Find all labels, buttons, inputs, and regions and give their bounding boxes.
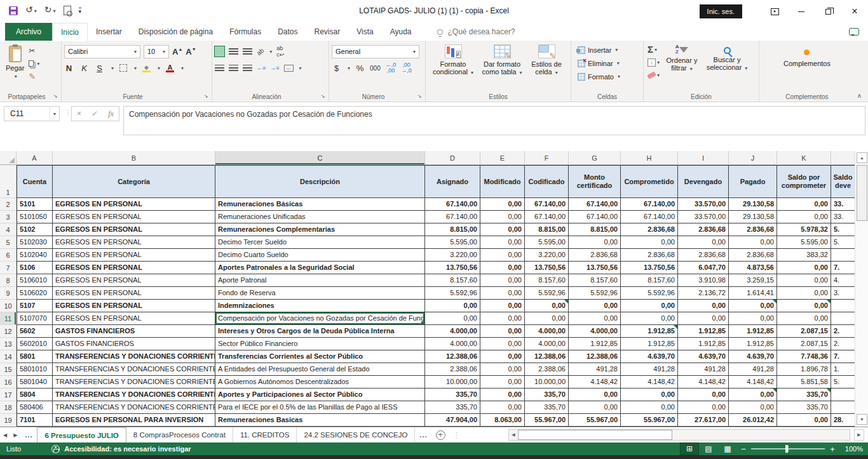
cell-H7[interactable]: 13.750,56 bbox=[621, 262, 678, 274]
cell-F12[interactable]: 4.000,00 bbox=[525, 325, 569, 338]
column-header-H[interactable]: H bbox=[621, 151, 678, 165]
percent-format-button[interactable]: % bbox=[355, 63, 365, 73]
cell-A18[interactable]: 580406 bbox=[17, 401, 53, 414]
cell-G11[interactable]: 0,00 bbox=[569, 312, 621, 325]
cell-J2[interactable]: 29.130,58 bbox=[729, 198, 777, 211]
font-size-select[interactable]: 10▾ bbox=[144, 45, 169, 58]
cell-D10[interactable]: 0,00 bbox=[425, 300, 480, 312]
cell-D15[interactable]: 2.388,06 bbox=[425, 363, 480, 376]
zoom-slider-thumb[interactable] bbox=[785, 445, 788, 453]
cell-E10[interactable]: 0,00 bbox=[480, 300, 525, 312]
sheet-tab-presupuesto[interactable]: 6 Presupuesto JULIO bbox=[37, 427, 126, 442]
cell-J7[interactable]: 4.873,56 bbox=[729, 262, 777, 274]
cell-L11[interactable] bbox=[831, 312, 855, 325]
cell-K3[interactable]: 0,00 bbox=[777, 211, 831, 223]
cell-D4[interactable]: 8.815,00 bbox=[425, 223, 480, 236]
column-header-G[interactable]: G bbox=[569, 151, 621, 165]
column-header-I[interactable]: I bbox=[678, 151, 729, 165]
cell-G15[interactable]: 491,28 bbox=[569, 363, 621, 376]
redo-icon[interactable]: ↻▾ bbox=[44, 5, 56, 16]
row-header-3[interactable]: 3 bbox=[0, 211, 17, 223]
cell-E19[interactable]: 8.063,00 bbox=[480, 414, 525, 427]
cell-C18[interactable]: Para el IECE por el 0.5% de las Planilla… bbox=[215, 401, 425, 414]
cell-I14[interactable]: 4.639,70 bbox=[678, 350, 729, 363]
cell-B19[interactable]: EGRESOS EN PERSONAL PARA INVERSION bbox=[53, 414, 215, 427]
row-header-4[interactable]: 4 bbox=[0, 223, 17, 236]
cell-B3[interactable]: EGRESOS EN PERSONAL bbox=[53, 211, 215, 223]
cell-G7[interactable]: 13.750,56 bbox=[569, 262, 621, 274]
cell-J15[interactable]: 491,28 bbox=[729, 363, 777, 376]
header-cell-C1[interactable]: Descripción bbox=[215, 165, 425, 198]
cell-E11[interactable]: 0,00 bbox=[480, 312, 525, 325]
cell-D17[interactable]: 335,70 bbox=[425, 389, 480, 401]
cell-C15[interactable]: A Entidades del Presupuesto General del … bbox=[215, 363, 425, 376]
cell-L6[interactable] bbox=[831, 249, 855, 262]
row-header-14[interactable]: 14 bbox=[0, 350, 17, 363]
cell-F18[interactable]: 335,70 bbox=[525, 401, 569, 414]
copy-button[interactable]: ▾ bbox=[29, 58, 39, 69]
clipboard-dialog-launcher-icon[interactable]: ↘ bbox=[52, 93, 58, 100]
column-header-J[interactable]: J bbox=[729, 151, 777, 165]
delete-cells-button[interactable]: Eliminar▾ bbox=[578, 57, 641, 70]
cell-L15[interactable]: 1. bbox=[831, 363, 855, 376]
insert-function-icon[interactable]: fx bbox=[108, 109, 114, 119]
cell-J9[interactable]: 1.614,41 bbox=[729, 287, 777, 300]
accessibility-icon[interactable] bbox=[51, 445, 60, 453]
header-cell-B1[interactable]: Categoría bbox=[53, 165, 215, 198]
header-cell-D1[interactable]: Asignado bbox=[425, 165, 480, 198]
row-header-1[interactable]: 1 bbox=[0, 165, 17, 198]
cell-E12[interactable]: 0,00 bbox=[480, 325, 525, 338]
cell-F10[interactable]: 0,00 bbox=[525, 300, 569, 312]
sort-filter-button[interactable]: AZ Ordenar y filtrar ▾ bbox=[661, 43, 703, 90]
cell-D18[interactable]: 335,70 bbox=[425, 401, 480, 414]
cell-A12[interactable]: 5602 bbox=[17, 325, 53, 338]
save-icon[interactable] bbox=[9, 6, 18, 15]
comments-icon[interactable] bbox=[849, 28, 859, 36]
cell-J4[interactable]: 2.836,68 bbox=[729, 223, 777, 236]
cell-G13[interactable]: 1.912,85 bbox=[569, 338, 621, 350]
cell-J18[interactable]: 0,00 bbox=[729, 401, 777, 414]
cell-L10[interactable] bbox=[831, 300, 855, 312]
increase-indent-icon[interactable]: →≡ bbox=[270, 65, 279, 71]
tab-vista[interactable]: Vista bbox=[348, 23, 381, 41]
cell-C9[interactable]: Fondo de Reserva bbox=[215, 287, 425, 300]
cell-L3[interactable]: 33. bbox=[831, 211, 855, 223]
cell-H2[interactable]: 67.140,00 bbox=[621, 198, 678, 211]
column-header-D[interactable]: D bbox=[425, 151, 480, 165]
font-name-select[interactable]: Calibri▾ bbox=[64, 45, 140, 58]
cell-K4[interactable]: 5.978,32 bbox=[777, 223, 831, 236]
cell-H19[interactable]: 55.967,00 bbox=[621, 414, 678, 427]
cell-A10[interactable]: 5107 bbox=[17, 300, 53, 312]
column-header-C[interactable]: C bbox=[215, 151, 425, 165]
sheet-next-icon[interactable]: ▶ bbox=[10, 427, 20, 442]
cell-B4[interactable]: EGRESOS EN PERSONAL bbox=[53, 223, 215, 236]
cell-A6[interactable]: 5102040 bbox=[17, 249, 53, 262]
tab-insertar[interactable]: Insertar bbox=[88, 23, 130, 41]
cell-H3[interactable]: 67.140,00 bbox=[621, 211, 678, 223]
cell-F14[interactable]: 12.388,06 bbox=[525, 350, 569, 363]
cell-I9[interactable]: 2.136,72 bbox=[678, 287, 729, 300]
orientation-icon[interactable]: ab bbox=[255, 46, 266, 57]
cell-F3[interactable]: 67.140,00 bbox=[525, 211, 569, 223]
cell-C11[interactable]: Compensación por Vacaciones no Gozadas p… bbox=[215, 312, 425, 325]
header-cell-A1[interactable]: Cuenta bbox=[17, 165, 53, 198]
cell-L12[interactable]: 2. bbox=[831, 325, 855, 338]
cell-J3[interactable]: 29.130,58 bbox=[729, 211, 777, 223]
decrease-decimal-icon[interactable]: ,00→,0 bbox=[401, 62, 412, 74]
cell-F11[interactable]: 0,00 bbox=[525, 312, 569, 325]
cell-H16[interactable]: 4.148,42 bbox=[621, 376, 678, 389]
cell-E3[interactable]: 0,00 bbox=[480, 211, 525, 223]
cell-F4[interactable]: 8.815,00 bbox=[525, 223, 569, 236]
cell-J5[interactable]: 0,00 bbox=[729, 236, 777, 249]
row-header-9[interactable]: 9 bbox=[0, 287, 17, 300]
restore-button[interactable] bbox=[815, 2, 841, 21]
collapse-ribbon-icon[interactable]: ∧ bbox=[857, 92, 862, 99]
cell-L16[interactable]: 5. bbox=[831, 376, 855, 389]
column-header-F[interactable]: F bbox=[525, 151, 569, 165]
page-break-view-button[interactable]: ▦ bbox=[718, 442, 737, 455]
cell-E8[interactable]: 0,00 bbox=[480, 274, 525, 287]
cell-D12[interactable]: 4.000,00 bbox=[425, 325, 480, 338]
cell-F7[interactable]: 13.750,56 bbox=[525, 262, 569, 274]
cell-H9[interactable]: 5.592,96 bbox=[621, 287, 678, 300]
cell-D6[interactable]: 3.220,00 bbox=[425, 249, 480, 262]
